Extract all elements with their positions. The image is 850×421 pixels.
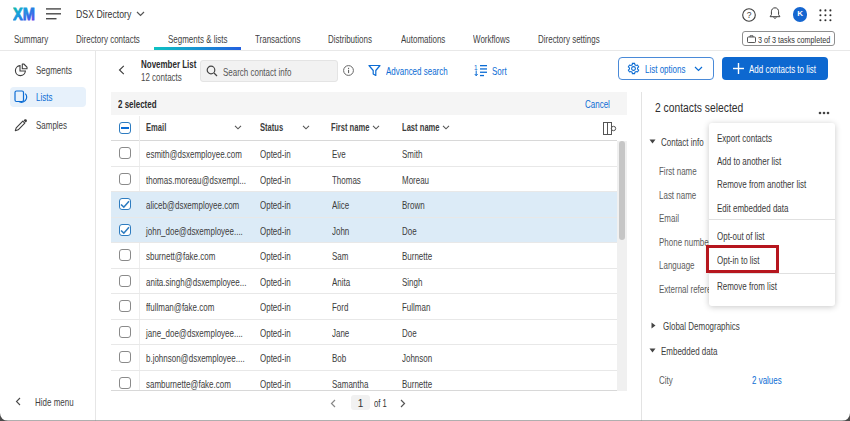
svg-text:1: 1 — [474, 64, 478, 71]
svg-text:XM: XM — [13, 6, 35, 22]
svg-text:?: ? — [747, 10, 752, 20]
